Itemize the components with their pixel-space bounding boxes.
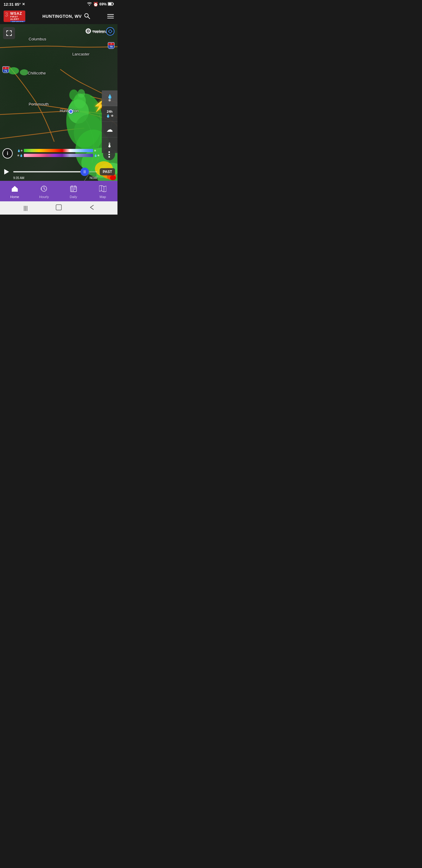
playback-time-start: 9:35 AM — [13, 176, 24, 180]
status-right: ⏰ 69% — [87, 2, 114, 7]
svg-line-33 — [44, 189, 45, 190]
snow-icon-24h: ❄ — [111, 114, 113, 118]
status-left: 12:31 85° ✕ — [4, 2, 25, 7]
svg-rect-41 — [71, 190, 72, 191]
map-label: Map — [100, 195, 106, 198]
mapbox-logo: mapbox — [86, 28, 105, 34]
legend-row-1: 💧❄ ❄ — [14, 149, 100, 153]
menu-button[interactable] — [107, 14, 114, 19]
home-icon — [11, 185, 19, 194]
temperature-display: 85° — [15, 2, 21, 7]
more-dots-icon — [108, 151, 110, 158]
search-icon[interactable] — [84, 13, 90, 20]
play-button[interactable] — [2, 167, 11, 176]
expand-map-button[interactable] — [3, 27, 15, 39]
clock-icon — [41, 185, 47, 194]
current-location-dot — [69, 110, 73, 114]
nav-item-home[interactable]: Home — [0, 181, 30, 201]
home-label: Home — [10, 195, 19, 198]
daily-label: Daily — [70, 195, 77, 198]
first-alert-text: FIRST ALERT — [10, 16, 25, 21]
info-button[interactable]: i — [2, 148, 13, 158]
nav-item-hourly[interactable]: Hourly — [30, 181, 59, 201]
svg-marker-43 — [99, 185, 106, 192]
wsaz-text: WSAZ — [10, 11, 25, 16]
svg-point-5 — [8, 67, 19, 74]
past-button[interactable]: PAST — [100, 168, 115, 176]
radar-layer-button[interactable]: 💧 ❄ — [102, 90, 118, 106]
progress-track[interactable]: ||| — [13, 171, 97, 173]
close-icon: ✕ — [22, 2, 25, 6]
city-portsmouth: Portsmouth — [29, 102, 48, 106]
weather-text: WEATHER — [10, 21, 25, 22]
svg-point-16 — [110, 176, 116, 180]
svg-point-21 — [78, 89, 85, 98]
city-lancaster: Lancaster — [72, 52, 90, 56]
svg-line-4 — [88, 17, 90, 19]
mapbox-text: mapbox — [92, 29, 105, 33]
time-display: 12:31 — [4, 2, 13, 7]
progress-thumb[interactable]: ||| — [80, 167, 89, 176]
back-icon — [90, 205, 94, 212]
app-logo: 3 WSAZ FIRST ALERT WEATHER — [4, 10, 25, 22]
svg-rect-29 — [14, 190, 16, 192]
svg-point-6 — [20, 69, 28, 75]
thumb-icon: ||| — [84, 170, 86, 173]
city-columbus: Columbus — [29, 37, 46, 41]
interstate-71-shield: I 71 — [2, 66, 9, 73]
playback-time-now: NOW — [90, 176, 97, 180]
hourly-label: Hourly — [39, 195, 49, 198]
cloud-icon: ☁ — [106, 126, 113, 133]
home-circle-icon — [56, 204, 62, 212]
24h-layer-button[interactable]: 24h 💧 ❄ — [102, 106, 118, 122]
map-icon — [99, 185, 106, 194]
legend-gradient-2 — [24, 154, 93, 157]
map-layer-panel: 💧 ❄ 24h 💧 ❄ ☁ 🌡 — [102, 90, 118, 153]
nav-item-daily[interactable]: Daily — [59, 181, 88, 201]
legend-gradient-1 — [24, 149, 93, 152]
svg-marker-28 — [4, 169, 9, 175]
svg-rect-46 — [56, 205, 61, 210]
legend-end-icon-1: ❄ — [94, 149, 100, 152]
battery-display: 69% — [99, 2, 107, 6]
legend-row-2: ❄💧 💧❄ — [14, 153, 100, 157]
city-chillicothe: Chillicothe — [28, 71, 46, 75]
svg-point-20 — [69, 90, 78, 100]
interstate-70-shield: I 70 — [108, 42, 115, 49]
status-bar: 12:31 85° ✕ ⏰ 69% — [0, 0, 118, 8]
thermometer-icon: 🌡 — [106, 141, 113, 149]
cloud-layer-button[interactable]: ☁ — [102, 122, 118, 137]
location-target-button[interactable] — [106, 27, 115, 36]
app-header: 3 WSAZ FIRST ALERT WEATHER HUNTINGTON, W… — [0, 8, 118, 24]
multiwindow-icon: ||| — [24, 205, 28, 211]
calendar-icon — [70, 185, 77, 194]
nav-item-map[interactable]: Map — [88, 181, 118, 201]
rain-icon-24h: 💧 — [106, 114, 110, 118]
playback-controls: ||| PAST — [2, 167, 115, 176]
svg-point-3 — [85, 13, 88, 17]
snow-icon: ❄ — [108, 98, 111, 102]
more-options-button[interactable] — [103, 148, 115, 160]
svg-rect-2 — [108, 3, 112, 5]
android-navigation-bar: ||| — [0, 201, 118, 215]
location-text: HUNTINGTON, WV — [42, 14, 82, 19]
24h-label: 24h — [107, 110, 112, 113]
svg-rect-38 — [71, 189, 72, 190]
android-multiwindow-button[interactable]: ||| — [20, 202, 32, 214]
wifi-icon — [87, 2, 92, 7]
svg-rect-1 — [113, 3, 114, 4]
bottom-navigation: Home Hourly — [0, 181, 118, 201]
svg-rect-40 — [74, 189, 75, 190]
svg-rect-42 — [73, 190, 74, 191]
android-back-button[interactable] — [86, 202, 98, 214]
battery-icon — [108, 2, 114, 7]
legend-snow-rain-icon: ❄💧 — [14, 154, 23, 157]
progress-fill — [13, 171, 85, 173]
alarm-icon: ⏰ — [93, 2, 98, 7]
location-display: HUNTINGTON, WV — [42, 13, 90, 20]
legend-container: 💧❄ ❄ ❄💧 💧❄ — [14, 149, 100, 157]
android-home-button[interactable] — [53, 202, 65, 214]
legend-rain-snow-icon: 💧❄ — [14, 149, 23, 152]
legend-end-icon-2: 💧❄ — [94, 154, 100, 157]
map-container[interactable]: Newark Columbus Lancaster Chillicothe Pa… — [0, 24, 118, 181]
